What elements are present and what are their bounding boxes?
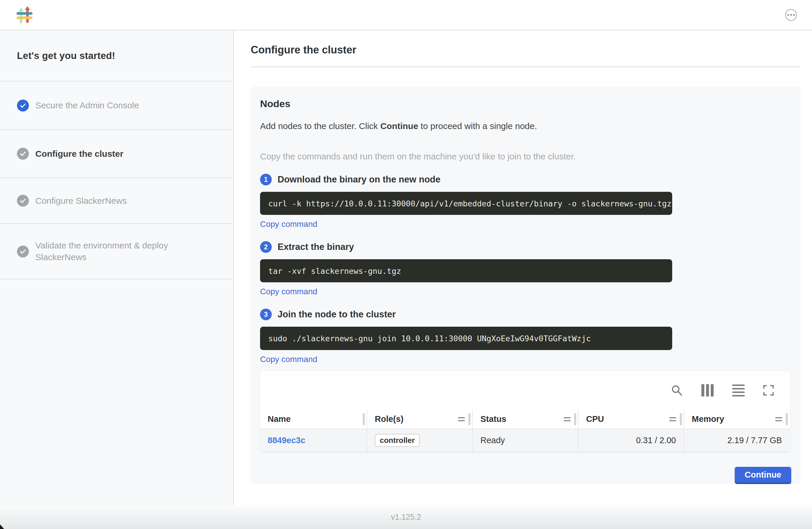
check-pending-icon — [17, 245, 29, 257]
step-2-copy-command-link[interactable]: Copy command — [260, 287, 317, 296]
column-header-cpu[interactable]: CPU — [579, 410, 684, 429]
step-1-title: Download the binary on the new node — [278, 174, 440, 185]
step-2-title: Extract the binary — [278, 242, 354, 252]
role-badge: controller — [375, 434, 420, 447]
step-2-number-badge: 2 — [260, 241, 272, 253]
nodes-intro: Add nodes to the cluster. Click Continue… — [260, 121, 791, 131]
column-menu-icon[interactable] — [458, 417, 465, 421]
sidebar-item-configure-cluster[interactable]: Configure the cluster — [0, 130, 233, 178]
sidebar-item-validate-deploy[interactable]: Validate the environment & deploy Slacke… — [0, 224, 233, 280]
step-1-copy-command-link[interactable]: Copy command — [260, 219, 317, 229]
column-header-memory[interactable]: Memory — [684, 410, 789, 429]
node-roles-cell: controller — [367, 429, 473, 452]
step-3-title: Join the node to the cluster — [278, 309, 396, 320]
table-toolbar — [260, 371, 790, 410]
ellipsis-icon — [787, 14, 789, 16]
sidebar-item-label: Validate the environment & deploy Slacke… — [35, 240, 217, 263]
step-3-copy-command-link[interactable]: Copy command — [260, 355, 317, 364]
check-pending-icon — [17, 148, 29, 160]
main-content: Configure the cluster Nodes Add nodes to… — [234, 30, 812, 505]
step-1-header: 1 Download the binary on the new node — [260, 174, 791, 185]
sidebar-item-configure-slackernews[interactable]: Configure SlackerNews — [0, 178, 233, 224]
step-1-number-badge: 1 — [260, 174, 272, 185]
app-header — [0, 0, 812, 30]
column-menu-icon[interactable] — [564, 417, 571, 421]
columns-icon[interactable] — [701, 384, 714, 397]
node-status-cell: Ready — [473, 429, 579, 452]
density-icon[interactable] — [732, 385, 744, 397]
column-header-status[interactable]: Status — [473, 410, 579, 429]
sidebar: Let's get you started! Secure the Admin … — [0, 30, 234, 505]
node-memory-cell: 2.19 / 7.77 GB — [684, 429, 789, 452]
sidebar-item-secure-admin-console[interactable]: Secure the Admin Console — [0, 82, 233, 130]
step-2-command-code: tar -xvf slackernews-gnu.tgz — [260, 259, 672, 282]
column-header-roles[interactable]: Role(s) — [367, 410, 473, 429]
node-name-link[interactable]: 8849ec3c — [267, 435, 305, 445]
column-resize-handle[interactable] — [363, 413, 365, 425]
step-1-command-code: curl -k https://10.0.0.11:30000/api/v1/e… — [260, 192, 672, 215]
nodes-heading: Nodes — [260, 98, 791, 110]
mouse-cursor — [0, 524, 4, 529]
column-resize-handle[interactable] — [574, 413, 576, 425]
node-cpu-cell: 0.31 / 2.00 — [579, 429, 684, 452]
sidebar-title: Let's get you started! — [0, 30, 233, 82]
check-complete-icon — [17, 100, 29, 112]
page-title: Configure the cluster — [251, 44, 812, 56]
column-resize-handle[interactable] — [680, 413, 682, 425]
app-footer: v1.125.2 — [0, 505, 812, 529]
title-divider — [251, 67, 800, 67]
column-header-name[interactable]: Name — [260, 410, 367, 429]
search-icon[interactable] — [671, 385, 683, 396]
table-row: 8849ec3c controller Ready 0.31 / 2.00 2.… — [260, 429, 790, 452]
column-menu-icon[interactable] — [775, 417, 782, 421]
step-3-number-badge: 3 — [260, 309, 272, 320]
node-name-cell: 8849ec3c — [260, 429, 367, 452]
nodes-card: Nodes Add nodes to the cluster. Click Co… — [251, 86, 801, 484]
version-label: v1.125.2 — [391, 513, 421, 522]
sidebar-item-label: Secure the Admin Console — [35, 100, 139, 111]
continue-button[interactable]: Continue — [735, 467, 791, 484]
sidebar-item-label: Configure SlackerNews — [35, 195, 127, 207]
column-menu-icon[interactable] — [669, 417, 676, 421]
table-header-row: Name Role(s) Status CPU — [260, 410, 790, 429]
slackernews-logo-icon — [16, 5, 33, 24]
step-2-header: 2 Extract the binary — [260, 241, 791, 253]
sidebar-item-label: Configure the cluster — [35, 148, 124, 160]
step-3-header: 3 Join the node to the cluster — [260, 309, 791, 320]
fullscreen-icon[interactable] — [763, 385, 774, 396]
more-menu-button[interactable] — [785, 9, 797, 21]
step-3-command-code: sudo ./slackernews-gnu join 10.0.0.11:30… — [260, 327, 672, 350]
copy-instruction: Copy the commands and run them on the ma… — [260, 152, 791, 161]
column-resize-handle[interactable] — [786, 413, 788, 425]
check-pending-icon — [17, 195, 29, 207]
column-resize-handle[interactable] — [468, 413, 470, 425]
nodes-table-panel: Name Role(s) Status CPU — [260, 371, 790, 453]
